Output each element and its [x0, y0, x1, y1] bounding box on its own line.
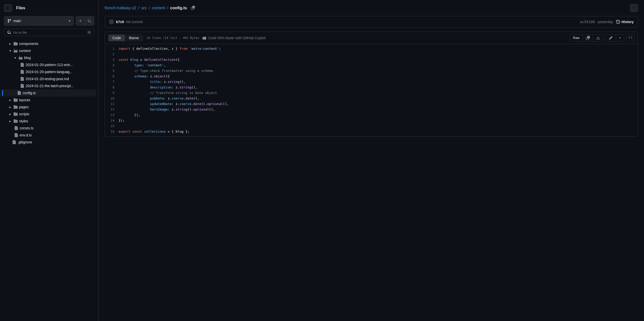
sidebar-collapse-icon: [6, 6, 10, 10]
folder-icon: [14, 105, 18, 109]
tree-file[interactable]: 2024-01-20-pattern-languag...: [2, 68, 96, 75]
file-icon: [20, 70, 24, 74]
chevron-right-icon: ▸: [8, 42, 12, 46]
tree-folder-scripts[interactable]: ▸ scripts: [2, 111, 96, 118]
commit-time: yesterday: [598, 20, 613, 24]
folder-icon: [14, 98, 18, 102]
tree-label: 2024-01-20-testing-post.md: [26, 77, 69, 81]
more-options-button[interactable]: [630, 4, 638, 12]
blame-tab[interactable]: Blame: [125, 35, 143, 41]
branch-selector[interactable]: main ▾: [4, 16, 74, 26]
tree-folder-layouts[interactable]: ▸ layouts: [2, 96, 96, 103]
tree-file-config[interactable]: config.ts: [2, 89, 96, 96]
kebab-icon: [632, 6, 636, 10]
tree-label: consts.ts: [20, 126, 33, 130]
tree-file[interactable]: consts.ts: [2, 125, 96, 132]
copy-icon: [191, 6, 195, 10]
commit-author[interactable]: b7s9: [116, 20, 124, 24]
download-button[interactable]: [593, 35, 603, 41]
code-content[interactable]: import { defineCollection, z } from 'ast…: [118, 44, 638, 136]
edit-dropdown-button[interactable]: ▾: [616, 35, 624, 41]
chevron-right-icon: ▸: [8, 98, 12, 102]
copy-path-button[interactable]: [190, 5, 196, 12]
tree-label: layouts: [19, 98, 30, 102]
tree-file[interactable]: .gitignore: [2, 139, 96, 146]
copy-button[interactable]: [583, 35, 593, 41]
collapse-sidebar-button[interactable]: [4, 4, 12, 12]
tree-file[interactable]: 2024-01-20-pattern-112-entr...: [2, 61, 96, 68]
folder-open-icon: [19, 56, 23, 60]
edit-button[interactable]: [606, 35, 616, 41]
tree-folder-pages[interactable]: ▸ pages: [2, 103, 96, 111]
tree-label: components: [19, 42, 38, 46]
tree-label: env.d.ts: [20, 133, 32, 137]
folder-icon: [14, 119, 18, 123]
breadcrumb-link[interactable]: src: [141, 6, 147, 10]
tree-folder-styles[interactable]: ▸ styles: [2, 118, 96, 125]
symbols-icon: [628, 35, 632, 39]
code-tab[interactable]: Code: [108, 35, 125, 41]
commit-message[interactable]: init commit: [126, 20, 143, 24]
chevron-right-icon: ▸: [8, 119, 12, 123]
line-numbers: 12345678910111213141516: [105, 44, 118, 136]
tree-file[interactable]: 2024-01-20-testing-post.md: [2, 75, 96, 82]
branch-name: main: [13, 19, 21, 23]
copilot-icon: [202, 36, 206, 40]
breadcrumb-sep: /: [149, 6, 150, 10]
download-icon: [596, 36, 600, 40]
caret-down-icon: ▾: [69, 19, 70, 23]
tree-label: 2024-01-20-pattern-languag...: [26, 70, 72, 74]
search-shortcut-key: t: [87, 31, 91, 34]
file-icon: [12, 140, 16, 144]
tree-file[interactable]: 2024-01-21-the-latch-principl...: [2, 82, 96, 89]
history-icon: [616, 20, 620, 24]
file-stats: 16 lines (14 loc) · 405 Bytes: [146, 36, 199, 40]
file-search-input[interactable]: [13, 31, 85, 34]
breadcrumb-current: config.ts: [170, 6, 187, 10]
file-icon: [17, 91, 21, 95]
breadcrumb-repo[interactable]: french-hallway-v2: [105, 6, 136, 10]
file-icon: [14, 126, 18, 130]
tree-label: styles: [19, 119, 28, 123]
tree-label: blog: [24, 56, 31, 60]
file-icon: [20, 84, 24, 88]
tree-label: .gitignore: [18, 140, 32, 144]
copilot-prompt[interactable]: Code 55% faster with GitHub Copilot: [202, 36, 266, 40]
history-link[interactable]: History: [616, 20, 634, 24]
caret-down-icon: ▾: [619, 36, 621, 40]
chevron-down-icon: ▾: [8, 49, 12, 53]
tree-folder-content[interactable]: ▾ content: [2, 47, 96, 54]
branch-icon: [7, 19, 11, 23]
breadcrumb-link[interactable]: content: [152, 6, 165, 10]
latest-commit-bar: b7s9 init commit ac55196 · yesterday His…: [105, 16, 638, 28]
search-icon: [7, 30, 11, 34]
avatar[interactable]: [109, 19, 114, 24]
file-icon: [14, 133, 18, 137]
tree-label: pages: [19, 105, 29, 109]
plus-icon: [78, 19, 83, 23]
breadcrumb-sep: /: [167, 6, 168, 10]
folder-open-icon: [14, 49, 18, 53]
file-icon: [20, 63, 24, 67]
add-file-button[interactable]: [76, 16, 85, 25]
commit-sha[interactable]: ac55196: [580, 20, 595, 24]
file-icon: [20, 77, 24, 81]
chevron-right-icon: ▸: [8, 105, 12, 109]
tree-folder-blog[interactable]: ▾ blog: [2, 54, 96, 61]
copy-icon: [586, 36, 590, 40]
tree-label: config.ts: [23, 91, 36, 95]
tree-folder-components[interactable]: ▸ components: [2, 40, 96, 47]
breadcrumb-sep: /: [138, 6, 139, 10]
folder-icon: [14, 42, 18, 46]
folder-icon: [14, 112, 18, 116]
tree-file[interactable]: env.d.ts: [2, 132, 96, 139]
tree-label: content: [19, 49, 31, 53]
chevron-right-icon: ▸: [8, 112, 12, 116]
sidebar-title: Files: [16, 6, 25, 10]
symbols-button[interactable]: [626, 34, 635, 42]
raw-button[interactable]: Raw: [570, 35, 583, 41]
tree-label: 2024-01-21-the-latch-principl...: [26, 84, 74, 88]
search-icon: [88, 19, 92, 23]
chevron-down-icon: ▾: [13, 56, 17, 60]
search-files-button[interactable]: [85, 16, 94, 25]
